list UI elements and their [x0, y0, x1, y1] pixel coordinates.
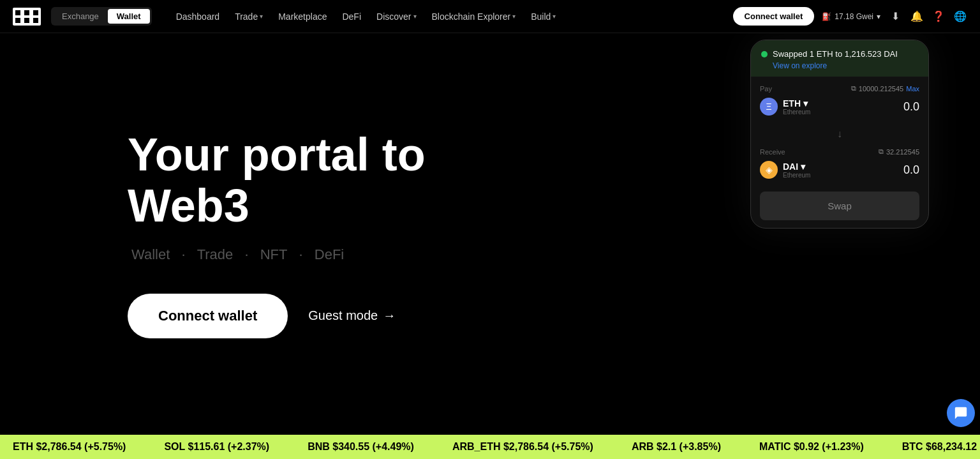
dai-chevron-icon: ▾ [801, 162, 805, 172]
nav-defi[interactable]: DeFi [336, 8, 368, 26]
svg-rect-3 [33, 10, 38, 15]
phone-swap-body: Pay ⧉ 10000.212545 Max Ξ ETH ▾ [751, 77, 928, 228]
chat-bubble-btn[interactable] [947, 399, 975, 427]
phone-success-banner: Swapped 1 ETH to 1,216.523 DAI View on e… [751, 40, 928, 77]
copy-icon-receive: ⧉ [879, 147, 884, 156]
nav-marketplace[interactable]: Marketplace [272, 8, 333, 26]
eth-network-label: Ethereum [783, 109, 810, 116]
ticker-item: BNB $340.55 (+4.49%) [308, 441, 414, 453]
dai-token-icon: ◈ [760, 161, 778, 179]
dai-token-info: ◈ DAI ▾ Ethereum [760, 161, 810, 179]
success-dot-icon [761, 51, 768, 57]
wallet-toggle-btn[interactable]: Wallet [108, 9, 150, 24]
pay-amount[interactable]: 0.0 [903, 100, 919, 114]
phone-success-row: Swapped 1 ETH to 1,216.523 DAI [761, 49, 918, 59]
nav-right: Connect wallet ⛽ 17.18 Gwei ▾ ⬇ 🔔 ❓ 🌐 [733, 7, 967, 26]
swap-button[interactable]: Swap [760, 192, 919, 220]
pay-section-label: Pay ⧉ 10000.212545 Max [760, 84, 919, 93]
eth-chevron-icon: ▾ [803, 98, 808, 109]
swap-success-message: Swapped 1 ETH to 1,216.523 DAI [773, 49, 898, 59]
svg-rect-6 [33, 18, 38, 23]
ticker-item: ETH $2,786.54 (+5.75%) [13, 441, 126, 453]
receive-token-row: ◈ DAI ▾ Ethereum 0.0 [760, 156, 919, 184]
eth-token-details: ETH ▾ Ethereum [783, 98, 810, 116]
guest-mode-arrow-icon: → [383, 308, 396, 323]
nav-trade[interactable]: Trade ▾ [228, 8, 269, 26]
ticker-item: ARB_ETH $2,786.54 (+5.75%) [452, 441, 593, 453]
ticker-item: ARB $2.1 (+3.85%) [632, 441, 721, 453]
pay-section: Pay ⧉ 10000.212545 Max Ξ ETH ▾ [760, 84, 919, 121]
dai-token-details: DAI ▾ Ethereum [783, 162, 810, 179]
exchange-wallet-toggle: Exchange Wallet [51, 7, 152, 26]
download-icon[interactable]: ⬇ [888, 10, 902, 24]
eth-token-name[interactable]: ETH ▾ [783, 98, 810, 109]
dai-token-name[interactable]: DAI ▾ [783, 162, 810, 172]
receive-amount[interactable]: 0.0 [903, 163, 919, 177]
view-on-explore-link[interactable]: View on explore [773, 61, 918, 70]
nav-dashboard[interactable]: Dashboard [170, 8, 226, 26]
gas-chevron-icon: ▾ [877, 12, 880, 21]
notification-bell-icon[interactable]: 🔔 [910, 10, 924, 24]
discover-chevron-icon: ▾ [413, 13, 417, 20]
receive-section-label: Receive ⧉ 32.212545 [760, 147, 919, 156]
pay-amount-hint: ⧉ 10000.212545 Max [851, 84, 919, 93]
receive-amount-hint: ⧉ 32.212545 [879, 147, 919, 156]
ticker-content: ETH $2,786.54 (+5.75%)SOL $115.61 (+2.37… [0, 441, 980, 453]
help-circle-icon[interactable]: ❓ [932, 10, 946, 24]
pay-token-row: Ξ ETH ▾ Ethereum 0.0 [760, 93, 919, 121]
ticker-item: MATIC $0.92 (+1.23%) [759, 441, 864, 453]
connect-wallet-hero-btn[interactable]: Connect wallet [128, 294, 288, 338]
hero-section: Your portal to Web3 Wallet · Trade · NFT… [0, 33, 980, 435]
trade-chevron-icon: ▾ [260, 13, 263, 20]
subtitle-nft: NFT [260, 246, 288, 262]
eth-token-icon: Ξ [760, 98, 778, 116]
build-chevron-icon: ▾ [553, 13, 556, 20]
svg-rect-1 [15, 10, 20, 15]
gas-indicator[interactable]: ⛽ 17.18 Gwei ▾ [822, 12, 880, 21]
eth-token-info: Ξ ETH ▾ Ethereum [760, 98, 810, 116]
ticker-strip: ETH $2,786.54 (+5.75%)SOL $115.61 (+2.37… [0, 435, 980, 459]
guest-mode-link[interactable]: Guest mode → [308, 308, 396, 323]
connect-wallet-nav-btn[interactable]: Connect wallet [733, 7, 815, 26]
okx-logo[interactable] [13, 8, 41, 26]
subtitle-sep-1: · [181, 246, 189, 262]
max-label[interactable]: Max [906, 85, 919, 93]
swap-direction-icon: ↓ [760, 126, 919, 142]
nav-build[interactable]: Build ▾ [524, 8, 562, 26]
subtitle-trade: Trade [197, 246, 234, 262]
subtitle-wallet: Wallet [131, 246, 170, 262]
nav-blockchain-explorer[interactable]: Blockchain Explorer ▾ [426, 8, 523, 26]
nav-links: Dashboard Trade ▾ Marketplace DeFi Disco… [170, 8, 733, 26]
subtitle-sep-2: · [244, 246, 252, 262]
copy-icon: ⧉ [851, 84, 856, 93]
globe-icon[interactable]: 🌐 [953, 10, 967, 24]
svg-rect-5 [24, 18, 29, 23]
navbar: Exchange Wallet Dashboard Trade ▾ Market… [0, 0, 980, 33]
subtitle-defi: DeFi [315, 246, 344, 262]
phone-mockup: Swapped 1 ETH to 1,216.523 DAI View on e… [750, 40, 929, 229]
nav-discover[interactable]: Discover ▾ [370, 8, 422, 26]
ticker-item: SOL $115.61 (+2.37%) [164, 441, 269, 453]
hero-text-block: Your portal to Web3 Wallet · Trade · NFT… [128, 130, 542, 338]
subtitle-sep-3: · [299, 246, 307, 262]
hero-subtitle: Wallet · Trade · NFT · DeFi [128, 246, 542, 263]
svg-rect-4 [15, 18, 20, 23]
blockchain-explorer-chevron-icon: ▾ [512, 13, 516, 20]
gas-station-icon: ⛽ [822, 12, 831, 21]
exchange-toggle-btn[interactable]: Exchange [53, 9, 108, 24]
receive-section: Receive ⧉ 32.212545 ◈ DAI ▾ [760, 147, 919, 184]
hero-title: Your portal to Web3 [128, 130, 542, 230]
hero-actions: Connect wallet Guest mode → [128, 294, 542, 338]
ticker-item: BTC $68,234.12 (+2.11%) [902, 441, 980, 453]
dai-network-label: Ethereum [783, 172, 810, 179]
svg-rect-2 [24, 10, 29, 15]
